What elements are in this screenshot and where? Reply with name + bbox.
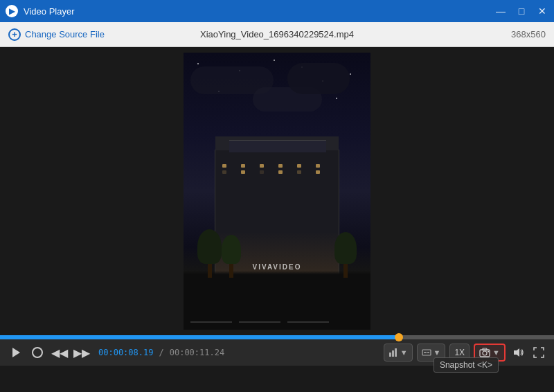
- svg-rect-5: [427, 352, 429, 353]
- video-watermark: VIVAVIDEO: [253, 263, 302, 271]
- stats-icon: [388, 348, 398, 357]
- svg-point-7: [483, 351, 487, 355]
- rewind-icon: ◀◀: [51, 346, 68, 359]
- video-frame: VIVAVIDEO: [184, 53, 370, 330]
- cloud: [287, 63, 350, 94]
- progress-thumb[interactable]: [395, 333, 403, 341]
- stop-icon: [32, 347, 43, 358]
- fullscreen-button[interactable]: [530, 344, 547, 361]
- star: [197, 63, 199, 64]
- snapshot-tooltip: Snapshot <K>: [434, 357, 499, 373]
- camera-icon: [479, 348, 490, 357]
- volume-button[interactable]: [510, 344, 526, 361]
- svg-rect-9: [488, 351, 489, 353]
- title-bar: ▶ Video Player — □ ✕: [0, 0, 554, 22]
- change-source-icon: +: [8, 28, 21, 41]
- title-bar-controls: — □ ✕: [494, 5, 548, 17]
- app-title: Video Player: [24, 6, 74, 17]
- speed-label: 1X: [454, 348, 465, 357]
- title-bar-left: ▶ Video Player: [6, 5, 74, 17]
- svg-marker-10: [514, 348, 519, 357]
- ground: [184, 274, 370, 330]
- video-dimensions: 368x560: [511, 29, 546, 39]
- rewind-button[interactable]: ◀◀: [51, 344, 68, 361]
- video-content: VIVAVIDEO: [184, 53, 370, 330]
- play-button[interactable]: [7, 344, 24, 361]
- stats-button[interactable]: ▼: [384, 344, 413, 362]
- svg-rect-2: [395, 348, 397, 357]
- fastforward-button[interactable]: ▶▶: [73, 344, 90, 361]
- app-icon: ▶: [6, 5, 18, 17]
- volume-icon: [512, 346, 524, 359]
- building-lights: [222, 164, 332, 174]
- toolbar: + Change Source File XiaoYing_Video_1696…: [0, 22, 554, 47]
- star: [336, 98, 337, 99]
- close-button[interactable]: ✕: [536, 5, 548, 17]
- time-separator: /: [159, 348, 163, 357]
- subtitle-icon: [422, 348, 431, 357]
- svg-rect-1: [392, 350, 394, 357]
- star: [274, 60, 275, 61]
- tree: [222, 235, 241, 278]
- stats-dropdown-icon: ▼: [400, 348, 408, 357]
- maximize-button[interactable]: □: [515, 5, 528, 17]
- progress-bar[interactable]: [0, 335, 554, 339]
- change-source-label: Change Source File: [25, 29, 105, 39]
- svg-rect-4: [424, 352, 427, 353]
- snapshot-dropdown-arrow: ▼: [492, 348, 500, 357]
- change-source-button[interactable]: + Change Source File: [8, 28, 105, 41]
- subtitle-dropdown-icon: ▼: [434, 348, 441, 357]
- tree: [197, 229, 222, 278]
- fastforward-icon: ▶▶: [73, 346, 90, 359]
- current-time: 00:00:08.19: [98, 348, 153, 357]
- svg-rect-0: [389, 353, 391, 357]
- fullscreen-icon: [533, 346, 545, 359]
- play-icon: [12, 348, 20, 357]
- total-time: 00:00:11.24: [170, 348, 224, 357]
- filename: XiaoYing_Video_1696340229524.mp4: [200, 29, 354, 39]
- stop-button[interactable]: [29, 344, 46, 361]
- star: [350, 73, 351, 75]
- minimize-button[interactable]: —: [494, 5, 507, 17]
- video-area: VIVAVIDEO: [0, 47, 554, 335]
- tree: [334, 232, 357, 278]
- progress-fill: [0, 335, 399, 339]
